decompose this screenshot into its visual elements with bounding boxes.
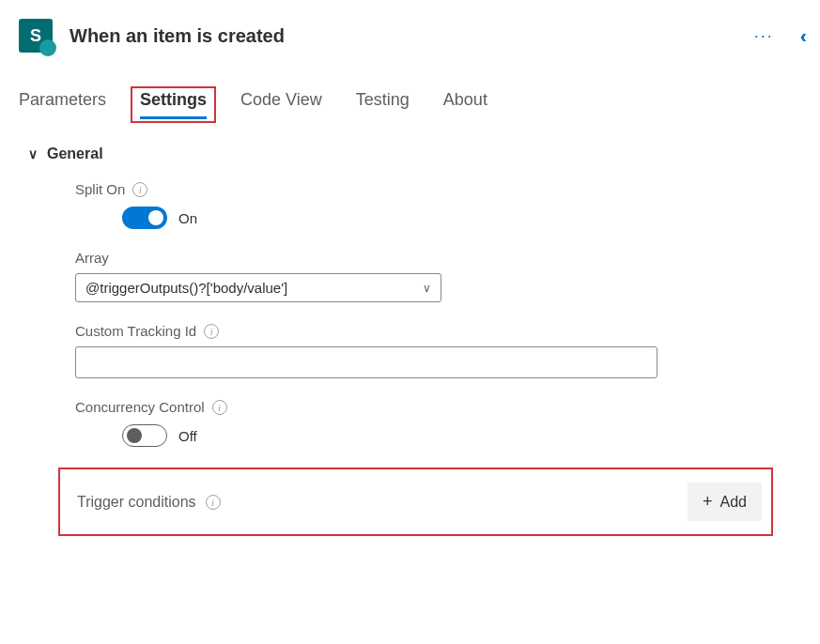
tab-about[interactable]: About — [443, 90, 487, 117]
chevron-down-icon: ∨ — [423, 282, 431, 295]
array-select[interactable]: @triggerOutputs()?['body/value'] ∨ — [75, 273, 441, 302]
more-icon[interactable]: ··· — [754, 26, 774, 46]
concurrency-label: Concurrency Control — [75, 399, 205, 415]
tab-parameters[interactable]: Parameters — [19, 90, 106, 117]
field-array: Array @triggerOutputs()?['body/value'] ∨ — [75, 250, 801, 302]
header-actions: ··· ‹‹ — [754, 25, 801, 47]
sharepoint-icon-letter: S — [30, 26, 41, 46]
collapse-icon[interactable]: ‹‹ — [800, 25, 801, 47]
tab-testing[interactable]: Testing — [356, 90, 410, 117]
split-on-label-row: Split On i — [75, 181, 801, 197]
trigger-conditions-label-row: Trigger conditions i — [77, 494, 221, 511]
field-split-on: Split On i On — [75, 181, 801, 229]
tab-settings[interactable]: Settings — [140, 90, 207, 119]
concurrency-state: Off — [178, 428, 197, 444]
add-button[interactable]: + Add — [688, 483, 762, 521]
tabs: Parameters Settings Code View Testing Ab… — [0, 62, 820, 117]
chevron-down-icon: ∨ — [28, 146, 38, 161]
custom-tracking-input[interactable] — [75, 346, 658, 378]
field-concurrency: Concurrency Control i Off — [75, 399, 801, 447]
custom-tracking-label-row: Custom Tracking Id i — [75, 323, 801, 339]
section-general: ∨ General Split On i On Array @triggerOu… — [0, 117, 820, 536]
info-icon[interactable]: i — [132, 182, 147, 197]
toggle-knob — [127, 428, 142, 443]
sharepoint-icon: S — [19, 19, 53, 53]
concurrency-toggle[interactable] — [122, 424, 167, 447]
info-icon[interactable]: i — [204, 324, 219, 339]
tab-code-view[interactable]: Code View — [240, 90, 322, 117]
toggle-knob — [148, 210, 163, 225]
section-header-general[interactable]: ∨ General — [28, 146, 801, 162]
section-title: General — [47, 146, 103, 162]
info-icon[interactable]: i — [206, 495, 221, 510]
split-on-toggle[interactable] — [122, 207, 167, 229]
add-button-label: Add — [720, 494, 747, 511]
plus-icon: + — [703, 492, 713, 512]
array-value: @triggerOutputs()?['body/value'] — [85, 280, 287, 296]
card-title: When an item is created — [70, 25, 754, 47]
field-trigger-conditions: Trigger conditions i + Add — [58, 468, 773, 536]
custom-tracking-label: Custom Tracking Id — [75, 323, 196, 339]
trigger-conditions-label: Trigger conditions — [77, 494, 196, 511]
highlight-settings-tab: Settings — [131, 86, 216, 123]
card-header: S When an item is created ··· ‹‹ — [0, 0, 820, 62]
split-on-label: Split On — [75, 181, 125, 197]
concurrency-label-row: Concurrency Control i — [75, 399, 801, 415]
concurrency-toggle-row: Off — [75, 424, 801, 447]
split-on-state: On — [178, 210, 197, 226]
field-custom-tracking: Custom Tracking Id i — [75, 323, 801, 378]
array-label-row: Array — [75, 250, 801, 266]
array-label: Array — [75, 250, 109, 266]
split-on-toggle-row: On — [75, 207, 801, 229]
section-body: Split On i On Array @triggerOutputs()?['… — [28, 162, 801, 536]
info-icon[interactable]: i — [212, 400, 227, 415]
